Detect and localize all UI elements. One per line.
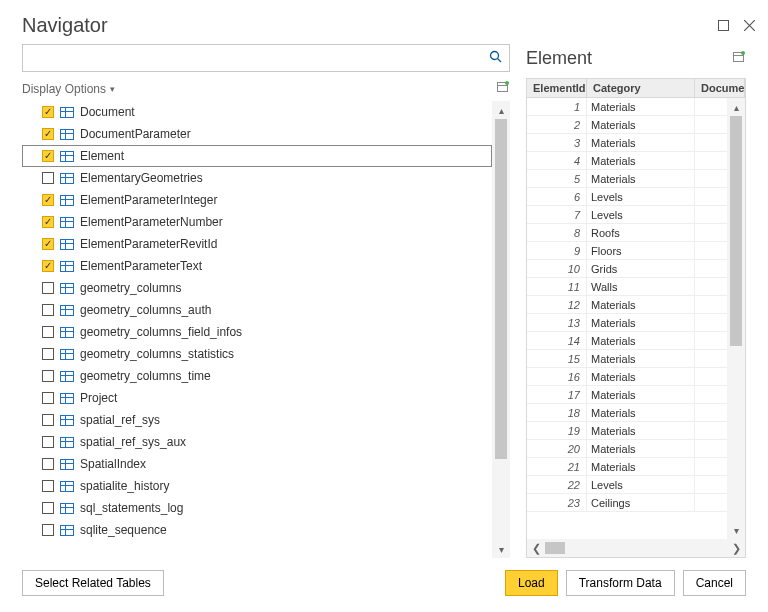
search-input[interactable] xyxy=(29,50,489,66)
tree-item-elementparameterinteger[interactable]: ✓ElementParameterInteger xyxy=(22,189,492,211)
grid-scroll-right-icon[interactable]: ❯ xyxy=(727,542,745,555)
checkbox[interactable]: ✓ xyxy=(42,238,54,250)
table-row[interactable]: 16Materials xyxy=(527,368,727,386)
tree-item-geometry_columns[interactable]: geometry_columns xyxy=(22,277,492,299)
display-options-dropdown[interactable]: Display Options ▾ xyxy=(22,82,115,96)
checkbox[interactable] xyxy=(42,348,54,360)
tree-item-spatial_ref_sys_aux[interactable]: spatial_ref_sys_aux xyxy=(22,431,492,453)
checkbox[interactable]: ✓ xyxy=(42,150,54,162)
table-row[interactable]: 15Materials xyxy=(527,350,727,368)
checkbox[interactable] xyxy=(42,172,54,184)
search-icon[interactable] xyxy=(489,50,503,67)
checkbox[interactable] xyxy=(42,392,54,404)
checkbox[interactable]: ✓ xyxy=(42,216,54,228)
table-row[interactable]: 6Levels xyxy=(527,188,727,206)
refresh-icon[interactable] xyxy=(496,80,510,97)
tree-item-geometry_columns_time[interactable]: geometry_columns_time xyxy=(22,365,492,387)
checkbox[interactable]: ✓ xyxy=(42,128,54,140)
checkbox[interactable] xyxy=(42,370,54,382)
checkbox[interactable] xyxy=(42,414,54,426)
col-category[interactable]: Category xyxy=(587,79,695,97)
cell-id: 14 xyxy=(527,332,587,349)
table-row[interactable]: 9Floors xyxy=(527,242,727,260)
checkbox[interactable]: ✓ xyxy=(42,260,54,272)
table-row[interactable]: 14Materials xyxy=(527,332,727,350)
tree-item-elementparameternumber[interactable]: ✓ElementParameterNumber xyxy=(22,211,492,233)
checkbox[interactable]: ✓ xyxy=(42,194,54,206)
table-row[interactable]: 13Materials xyxy=(527,314,727,332)
tree-item-label: sqlite_sequence xyxy=(80,523,167,537)
grid-scroll-thumb[interactable] xyxy=(730,116,742,346)
tree-item-geometry_columns_auth[interactable]: geometry_columns_auth xyxy=(22,299,492,321)
tree-item-spatialindex[interactable]: SpatialIndex xyxy=(22,453,492,475)
tree-item-spatialite_history[interactable]: spatialite_history xyxy=(22,475,492,497)
table-row[interactable]: 12Materials xyxy=(527,296,727,314)
cell-id: 3 xyxy=(527,134,587,151)
grid-hscroll-thumb[interactable] xyxy=(545,542,565,554)
checkbox[interactable] xyxy=(42,502,54,514)
cell-category: Levels xyxy=(587,476,695,493)
load-button[interactable]: Load xyxy=(505,570,558,596)
checkbox[interactable] xyxy=(42,436,54,448)
display-options-label: Display Options xyxy=(22,82,106,96)
table-row[interactable]: 7Levels xyxy=(527,206,727,224)
table-row[interactable]: 19Materials xyxy=(527,422,727,440)
tree-scrollbar[interactable]: ▴ ▾ xyxy=(492,101,510,558)
tree-item-sql_statements_log[interactable]: sql_statements_log xyxy=(22,497,492,519)
table-row[interactable]: 10Grids xyxy=(527,260,727,278)
table-row[interactable]: 22Levels xyxy=(527,476,727,494)
checkbox[interactable] xyxy=(42,480,54,492)
search-input-wrap xyxy=(22,44,510,72)
checkbox[interactable] xyxy=(42,304,54,316)
checkbox[interactable]: ✓ xyxy=(42,106,54,118)
close-icon[interactable] xyxy=(740,16,758,34)
cancel-button[interactable]: Cancel xyxy=(683,570,746,596)
table-row[interactable]: 5Materials xyxy=(527,170,727,188)
tree-item-spatial_ref_sys[interactable]: spatial_ref_sys xyxy=(22,409,492,431)
cell-category: Materials xyxy=(587,404,695,421)
transform-data-button[interactable]: Transform Data xyxy=(566,570,675,596)
table-row[interactable]: 20Materials xyxy=(527,440,727,458)
table-row[interactable]: 18Materials xyxy=(527,404,727,422)
table-row[interactable]: 1Materials xyxy=(527,98,727,116)
table-row[interactable]: 17Materials xyxy=(527,386,727,404)
tree-item-elementarygeometries[interactable]: ElementaryGeometries xyxy=(22,167,492,189)
grid-scroll-up-icon[interactable]: ▴ xyxy=(727,98,745,116)
tree-item-document[interactable]: ✓Document xyxy=(22,101,492,123)
table-row[interactable]: 23Ceilings xyxy=(527,494,727,512)
preview-grid: ElementId Category Docume 1Materials2Mat… xyxy=(526,78,746,558)
preview-refresh-icon[interactable] xyxy=(732,50,746,67)
table-row[interactable]: 11Walls xyxy=(527,278,727,296)
cell-id: 21 xyxy=(527,458,587,475)
scroll-up-icon[interactable]: ▴ xyxy=(492,101,510,119)
maximize-icon[interactable] xyxy=(714,16,732,34)
grid-vscrollbar[interactable]: ▴ ▾ xyxy=(727,98,745,539)
checkbox[interactable] xyxy=(42,458,54,470)
table-row[interactable]: 2Materials xyxy=(527,116,727,134)
table-row[interactable]: 3Materials xyxy=(527,134,727,152)
table-row[interactable]: 4Materials xyxy=(527,152,727,170)
table-row[interactable]: 8Roofs xyxy=(527,224,727,242)
grid-body[interactable]: 1Materials2Materials3Materials4Materials… xyxy=(527,98,727,539)
tree-item-elementparameterrevitid[interactable]: ✓ElementParameterRevitId xyxy=(22,233,492,255)
checkbox[interactable] xyxy=(42,282,54,294)
tree-item-geometry_columns_field_infos[interactable]: geometry_columns_field_infos xyxy=(22,321,492,343)
grid-scroll-left-icon[interactable]: ❮ xyxy=(527,542,545,555)
col-document[interactable]: Docume xyxy=(695,79,745,97)
tree-scroll-thumb[interactable] xyxy=(495,119,507,459)
checkbox[interactable] xyxy=(42,326,54,338)
tree-item-project[interactable]: Project xyxy=(22,387,492,409)
grid-hscrollbar[interactable]: ❮ ❯ xyxy=(527,539,745,557)
tree-item-element[interactable]: ✓Element xyxy=(22,145,492,167)
select-related-tables-button[interactable]: Select Related Tables xyxy=(22,570,164,596)
tree-item-elementparametertext[interactable]: ✓ElementParameterText xyxy=(22,255,492,277)
checkbox[interactable] xyxy=(42,524,54,536)
tree-item-geometry_columns_statistics[interactable]: geometry_columns_statistics xyxy=(22,343,492,365)
col-elementid[interactable]: ElementId xyxy=(527,79,587,97)
tree-item-documentparameter[interactable]: ✓DocumentParameter xyxy=(22,123,492,145)
scroll-down-icon[interactable]: ▾ xyxy=(492,540,510,558)
tree-item-sqlite_sequence[interactable]: sqlite_sequence xyxy=(22,519,492,541)
table-tree[interactable]: ✓Document✓DocumentParameter✓ElementEleme… xyxy=(22,101,492,558)
table-row[interactable]: 21Materials xyxy=(527,458,727,476)
grid-scroll-down-icon[interactable]: ▾ xyxy=(727,521,745,539)
